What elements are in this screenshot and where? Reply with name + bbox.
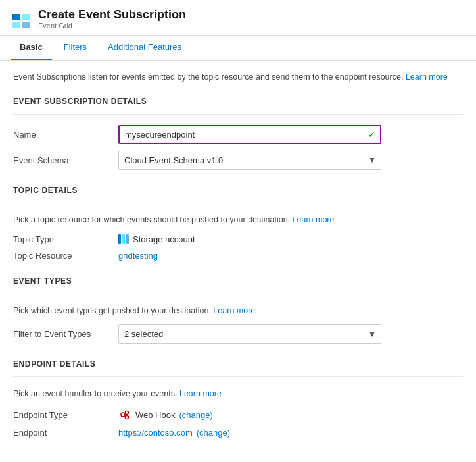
topic-type-row: Topic Type Storage account (13, 234, 463, 244)
topic-type-value: Storage account (118, 234, 381, 244)
topic-type-inline: Storage account (118, 234, 381, 244)
webhook-icon (118, 408, 131, 421)
topic-learn-more-link[interactable]: Learn more (293, 215, 335, 224)
header-text-block: Create Event Subscription Event Grid (38, 8, 186, 30)
divider-1 (13, 114, 463, 115)
endpoint-type-change-link[interactable]: (change) (179, 410, 212, 420)
event-types-title: EVENT TYPES (13, 276, 463, 286)
topic-resource-row: Topic Resource gridtesting (13, 251, 463, 261)
filter-event-types-row: Filter to Event Types 2 selected ▼ (13, 324, 463, 344)
endpoint-inline: https://contoso.com (change) (118, 428, 381, 438)
event-schema-row: Event Schema Cloud Event Schema v1.0 ▼ (13, 151, 463, 170)
intro-learn-more-link[interactable]: Learn more (406, 72, 448, 82)
topic-details-section: TOPIC DETAILS Pick a topic resource for … (13, 186, 463, 261)
topic-details-title: TOPIC DETAILS (13, 186, 463, 195)
tab-basic[interactable]: Basic (11, 36, 52, 60)
svg-point-11 (126, 416, 129, 419)
event-schema-label: Event Schema (13, 155, 118, 165)
topic-details-desc: Pick a topic resource for which events s… (13, 214, 463, 226)
filter-event-types-select[interactable]: 2 selected (118, 324, 381, 344)
event-types-section: EVENT TYPES Pick which event types get p… (13, 276, 463, 344)
endpoint-url-link[interactable]: https://contoso.com (118, 428, 193, 438)
event-types-desc: Pick which event types get pushed to you… (13, 305, 463, 317)
topic-resource-value: gridtesting (118, 251, 381, 261)
endpoint-type-row: Endpoint Type Web Hook (change (13, 408, 463, 421)
endpoint-row: Endpoint https://contoso.com (change) (13, 428, 463, 438)
main-content: Event Subscriptions listen for events em… (0, 61, 476, 462)
endpoint-change-link[interactable]: (change) (197, 428, 230, 438)
tab-bar: Basic Filters Additional Features (0, 36, 476, 61)
name-input-wrapper: ✓ (118, 125, 381, 144)
name-field-wrapper: ✓ (118, 125, 381, 144)
event-schema-select-wrapper: Cloud Event Schema v1.0 ▼ (118, 151, 381, 170)
divider-2 (13, 203, 463, 203)
tab-additional-features[interactable]: Additional Features (99, 36, 191, 60)
intro-text: Event Subscriptions listen for events em… (13, 71, 463, 84)
name-input[interactable] (118, 125, 381, 144)
endpoint-learn-more-link[interactable]: Learn more (179, 389, 222, 398)
endpoint-label: Endpoint (13, 428, 118, 438)
name-label: Name (13, 130, 118, 140)
divider-3 (13, 294, 463, 294)
endpoint-type-text: Web Hook (135, 410, 175, 420)
storage-account-icon (118, 234, 129, 244)
svg-line-12 (125, 413, 126, 415)
topic-type-text: Storage account (133, 234, 195, 244)
filter-event-types-label: Filter to Event Types (13, 329, 118, 339)
event-subscription-details-title: EVENT SUBSCRIPTION DETAILS (13, 97, 463, 106)
svg-rect-4 (22, 22, 30, 28)
endpoint-value: https://contoso.com (change) (118, 428, 381, 438)
svg-rect-3 (12, 22, 20, 28)
endpoint-details-title: ENDPOINT DETAILS (13, 359, 463, 369)
event-subscription-details-section: EVENT SUBSCRIPTION DETAILS Name ✓ Event … (13, 97, 463, 170)
endpoint-type-value: Web Hook (change) (118, 408, 381, 421)
event-types-learn-more-link[interactable]: Learn more (213, 306, 255, 315)
page-title: Create Event Subscription (38, 8, 186, 22)
divider-4 (13, 376, 463, 377)
endpoint-details-desc: Pick an event handler to receive your ev… (13, 388, 463, 400)
tab-filters[interactable]: Filters (55, 36, 96, 60)
name-check-icon: ✓ (368, 129, 376, 140)
svg-rect-2 (22, 14, 30, 20)
endpoint-details-section: ENDPOINT DETAILS Pick an event handler t… (13, 359, 463, 438)
filter-event-types-select-wrapper: 2 selected ▼ (118, 324, 381, 344)
svg-line-13 (125, 415, 126, 417)
page-header: Create Event Subscription Event Grid (0, 0, 476, 36)
event-grid-icon (11, 9, 32, 30)
svg-rect-1 (12, 14, 20, 20)
page-subtitle: Event Grid (38, 22, 186, 30)
topic-resource-link[interactable]: gridtesting (118, 251, 158, 261)
endpoint-type-inline: Web Hook (change) (118, 408, 381, 421)
topic-type-label: Topic Type (13, 234, 118, 244)
name-row: Name ✓ (13, 125, 463, 144)
event-schema-control: Cloud Event Schema v1.0 ▼ (118, 151, 381, 170)
endpoint-type-label: Endpoint Type (13, 410, 118, 420)
svg-point-9 (121, 413, 125, 417)
event-schema-select[interactable]: Cloud Event Schema v1.0 (118, 151, 381, 170)
filter-event-types-control: 2 selected ▼ (118, 324, 381, 344)
topic-resource-label: Topic Resource (13, 251, 118, 261)
svg-point-10 (126, 411, 129, 415)
